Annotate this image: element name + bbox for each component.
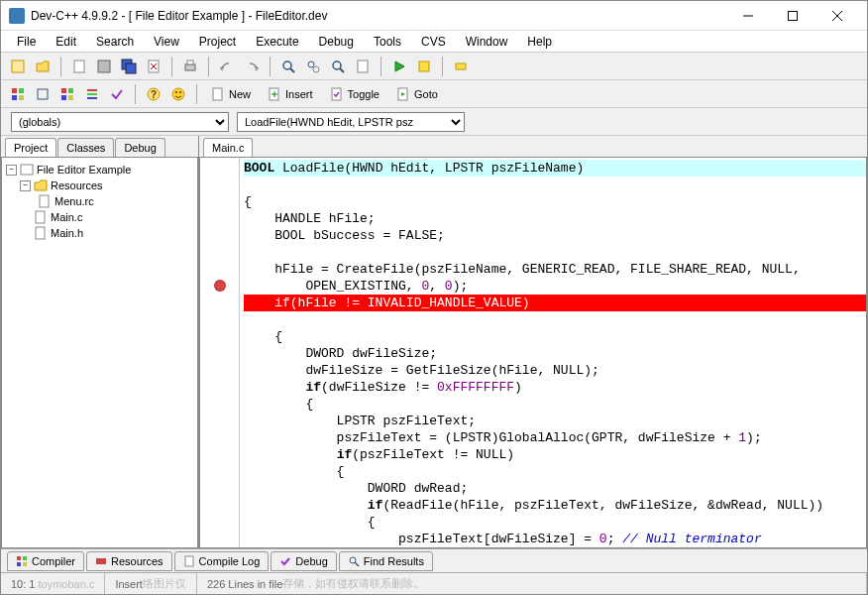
tree-item-main-h[interactable]: Main.h <box>6 225 193 241</box>
status-lines: 226 Lines in file存储，如有侵权请联系删除。 <box>197 573 867 594</box>
breakpoint-icon[interactable] <box>214 280 226 292</box>
find-button[interactable] <box>277 56 299 77</box>
svg-rect-57 <box>185 556 193 566</box>
output-tabs: Compiler Resources Compile Log Debug Fin… <box>1 548 867 572</box>
menu-execute[interactable]: Execute <box>246 32 308 52</box>
goto-line-button[interactable] <box>352 56 374 77</box>
btab-compiler[interactable]: Compiler <box>7 551 84 571</box>
menu-window[interactable]: Window <box>456 32 518 52</box>
menu-cvs[interactable]: CVS <box>411 32 456 52</box>
btab-compile-log[interactable]: Compile Log <box>174 551 270 571</box>
new-button[interactable]: New <box>204 83 258 105</box>
svg-rect-29 <box>61 88 66 93</box>
tab-classes[interactable]: Classes <box>57 138 114 157</box>
svg-rect-49 <box>40 195 49 207</box>
svg-rect-5 <box>74 60 84 72</box>
svg-rect-8 <box>126 63 136 73</box>
compile-button[interactable] <box>388 56 410 77</box>
tab-project[interactable]: Project <box>5 138 56 157</box>
menu-debug[interactable]: Debug <box>309 32 364 52</box>
checkmark-button[interactable] <box>106 83 128 105</box>
minimize-button[interactable] <box>725 2 770 30</box>
close-file-button[interactable] <box>143 56 164 77</box>
svg-rect-55 <box>23 562 27 566</box>
svg-rect-20 <box>358 60 368 72</box>
tree-resources[interactable]: −Resources <box>6 178 193 193</box>
replace-button[interactable] <box>302 56 324 77</box>
new-file-button[interactable] <box>68 56 90 77</box>
editor-gutter[interactable] <box>200 158 240 547</box>
compile-all-button[interactable] <box>7 83 29 105</box>
insert-button[interactable]: Insert <box>261 83 320 105</box>
new-project-button[interactable] <box>7 56 29 77</box>
svg-rect-31 <box>61 95 66 100</box>
scope-dropdown[interactable]: (globals) <box>11 112 229 132</box>
svg-rect-4 <box>12 60 24 72</box>
menu-search[interactable]: Search <box>86 32 144 52</box>
file-tab-main-c[interactable]: Main.c <box>203 138 253 157</box>
svg-point-38 <box>172 88 184 100</box>
btab-find-results[interactable]: Find Results <box>339 551 433 571</box>
svg-rect-13 <box>187 60 193 64</box>
menu-help[interactable]: Help <box>517 32 562 52</box>
titlebar: Dev-C++ 4.9.9.2 - [ File Editor Example … <box>1 1 867 31</box>
svg-rect-56 <box>96 558 106 564</box>
menu-view[interactable]: View <box>144 32 189 52</box>
print-button[interactable] <box>179 56 201 77</box>
run-button[interactable] <box>413 56 435 77</box>
toolbar-main <box>1 53 867 80</box>
app-icon <box>9 8 25 24</box>
function-dropdown[interactable]: LoadFile(HWND hEdit, LPSTR psz <box>237 112 465 132</box>
status-mode: Insert络图片仅 <box>105 573 197 594</box>
undo-button[interactable] <box>216 56 238 77</box>
about-button[interactable] <box>167 83 189 105</box>
save-button[interactable] <box>93 56 115 77</box>
close-button[interactable] <box>814 2 859 30</box>
scope-bar: (globals) LoadFile(HWND hEdit, LPSTR psz <box>1 108 867 136</box>
svg-rect-48 <box>21 165 33 175</box>
btab-debug[interactable]: Debug <box>271 551 336 571</box>
svg-rect-22 <box>419 61 429 71</box>
find-next-button[interactable] <box>327 56 349 77</box>
tree-root[interactable]: −File Editor Example <box>6 162 193 178</box>
tree-item-main-c[interactable]: Main.c <box>6 209 193 225</box>
svg-rect-50 <box>36 211 45 223</box>
compile-run-button[interactable] <box>56 83 78 105</box>
svg-rect-23 <box>456 63 466 69</box>
help-button[interactable]: ? <box>143 83 164 105</box>
svg-rect-25 <box>19 88 24 93</box>
redo-button[interactable] <box>241 56 263 77</box>
menu-edit[interactable]: Edit <box>46 32 86 52</box>
maximize-button[interactable] <box>770 2 814 30</box>
project-tree[interactable]: −File Editor Example −Resources Menu.rc … <box>1 157 198 548</box>
tab-debug[interactable]: Debug <box>115 138 164 157</box>
menu-tools[interactable]: Tools <box>364 32 411 52</box>
project-tabs: Project Classes Debug <box>1 136 198 157</box>
svg-line-59 <box>355 562 359 566</box>
window-title: Dev-C++ 4.9.9.2 - [ File Editor Example … <box>31 9 725 23</box>
goto-button[interactable]: Goto <box>389 83 445 105</box>
svg-rect-41 <box>213 88 222 100</box>
svg-rect-27 <box>19 95 24 100</box>
menu-project[interactable]: Project <box>189 32 246 52</box>
statusbar: 10: 1.toymoban.c Insert络图片仅 226 Lines in… <box>1 572 867 594</box>
svg-rect-28 <box>38 89 48 99</box>
svg-rect-26 <box>12 95 17 100</box>
btab-resources[interactable]: Resources <box>86 551 172 571</box>
toolbar-secondary: ? New Insert Toggle Goto <box>1 80 867 108</box>
svg-rect-53 <box>23 556 27 560</box>
svg-marker-21 <box>395 61 404 71</box>
save-all-button[interactable] <box>118 56 140 77</box>
svg-point-14 <box>283 61 291 69</box>
tree-item-menu-rc[interactable]: Menu.rc <box>6 193 193 209</box>
svg-point-17 <box>313 66 319 72</box>
debug-button[interactable] <box>450 56 472 77</box>
menu-file[interactable]: File <box>7 32 46 52</box>
toggle-button[interactable]: Toggle <box>323 83 386 105</box>
code-editor[interactable]: BOOL LoadFile(HWND hEdit, LPSTR pszFileN… <box>240 158 866 547</box>
rebuild-button[interactable] <box>32 83 54 105</box>
syntax-check-button[interactable] <box>81 83 103 105</box>
svg-line-19 <box>340 68 344 72</box>
open-button[interactable] <box>32 56 54 77</box>
svg-point-18 <box>333 61 341 69</box>
